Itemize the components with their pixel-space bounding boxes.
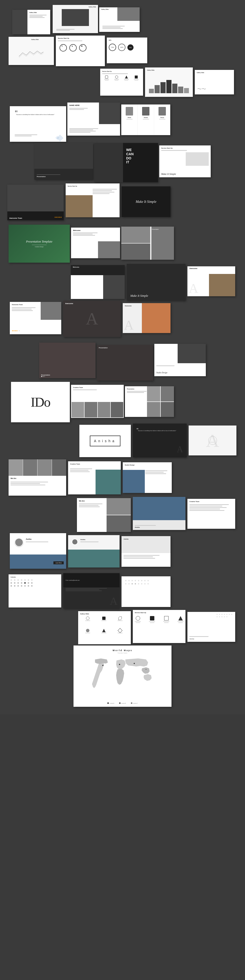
anisha-label: Anisha — [123, 538, 129, 540]
svg-point-2 — [134, 663, 135, 664]
slide-39-text — [145, 470, 170, 474]
slide-3[interactable]: Gallery Slide — [99, 7, 140, 32]
slide-42-title: Creative Team — [190, 501, 199, 502]
slide-11[interactable]: NAME HERE — [67, 102, 120, 135]
cta-button[interactable]: Learn More — [54, 562, 64, 564]
slide-row-1: Gallery Slide Gallery Slide Gallery Slid… — [5, 5, 240, 34]
slide-14[interactable]: WECANDOIT — [94, 143, 158, 182]
slide-4[interactable]: Gallery Slide — [9, 37, 54, 65]
slide-13[interactable]: Presentation — [34, 143, 93, 180]
slide-15[interactable]: Service Start Up Make It Simple — [159, 145, 211, 177]
slide-34[interactable]: Anisha — [79, 425, 131, 457]
slide-28[interactable]: Presentation — [39, 343, 96, 378]
slide-41-title: Anisha — [135, 527, 140, 528]
slide-row-7: Presentation Template Creative Design We… — [5, 224, 240, 262]
slide-5[interactable]: Service Start Up ● ▲ ◆ — [56, 35, 105, 66]
make-it-simple: Make It Simple — [161, 173, 183, 175]
slide-17[interactable]: Service Start Up — [66, 183, 120, 217]
slide-45[interactable]: Anisha — [122, 536, 171, 567]
slide-2-title: Gallery Slide — [89, 6, 96, 8]
social-avatar — [72, 539, 78, 545]
separator-4 — [5, 571, 240, 574]
slide-18[interactable]: Make It Simple — [122, 186, 171, 217]
separator-2 — [5, 222, 240, 224]
slide-row-5: Presentation WECANDOIT Service Start Up … — [5, 143, 240, 182]
slide-7[interactable]: Service Start Up — [100, 69, 143, 95]
slide-37[interactable]: We Are — [9, 459, 66, 496]
slide-29[interactable]: Presentation — [97, 345, 153, 380]
slide-47[interactable]: From: anisha@email.com A — [63, 573, 120, 609]
slide-28-label: Presentation — [41, 374, 50, 376]
map-legend: Location A Location B Location C — [107, 702, 138, 704]
calendar-grid — [11, 579, 34, 593]
team-name-2: Anisha — [144, 117, 148, 118]
slide-52[interactable]: World Maps Presentation Template — [74, 646, 172, 707]
ido-content: IDo — [11, 382, 70, 422]
slide-9[interactable]: Gallery Slide 〜〜 — [195, 70, 234, 94]
slide-42-text — [190, 504, 233, 511]
slide-row-3: Service Start Up — [5, 67, 240, 97]
slide-4-title: Gallery Slide — [32, 39, 54, 40]
ido-text: IDo — [31, 395, 50, 410]
slide-row-17: Gallery Slide Service Start Up — [5, 610, 240, 644]
slide-22-title: Welcome — [73, 266, 79, 268]
slide-20[interactable]: Welcome — [71, 228, 120, 258]
slide-19[interactable]: Presentation Template Creative Design — [9, 224, 70, 262]
slide-6[interactable]: NPS 70% NPS 80% — [107, 38, 147, 63]
slide-1[interactable]: Gallery Slide — [12, 10, 50, 34]
slide-row-9: Awesome Team ★★★★★ Awesome A — [5, 302, 240, 337]
slide-41[interactable]: Anisha — [133, 497, 185, 530]
slide-38[interactable]: Creative Team — [68, 461, 121, 495]
slide-50[interactable]: Service Start Up — [133, 610, 185, 643]
slide-36[interactable]: A — [189, 425, 236, 455]
slide-24[interactable]: Awesome A — [187, 266, 235, 296]
slide-22[interactable]: Welcome — [71, 265, 125, 299]
team-name-1: Alexis — [128, 117, 131, 118]
slide-row-16: Calendar — [5, 574, 240, 609]
slide-21[interactable]: Presentation — [121, 227, 174, 260]
we-are-text — [11, 481, 64, 486]
slide-10[interactable]: " "Success is stumbling from failure to … — [10, 106, 66, 142]
slide-2[interactable]: Gallery Slide — [53, 5, 98, 33]
slide-27[interactable]: A Awesome — [123, 303, 171, 333]
email-body — [66, 588, 117, 592]
slide-12[interactable]: Alexis Anisha Sonya — [121, 105, 170, 135]
circle-a — [208, 436, 217, 445]
slide-21-label: Presentation — [152, 229, 173, 230]
slide-35[interactable]: " "Success is stumbling from failure to … — [133, 423, 187, 457]
email-header: From: anisha@email.com — [63, 573, 120, 587]
slide-31[interactable]: IDo — [11, 382, 70, 422]
icon-service-grid — [80, 617, 128, 640]
slide-33[interactable]: Presentation — [125, 386, 174, 417]
slide-42[interactable]: Creative Team — [187, 499, 235, 529]
slide-5-title: Service Start Up — [58, 38, 69, 39]
email-from: From: anisha@email.com — [66, 579, 80, 581]
slide-8[interactable]: Gallery Slide — [145, 67, 193, 97]
calendar-title: Calendar — [11, 576, 16, 578]
slide-8-title: Gallery Slide — [147, 69, 154, 71]
slide-48[interactable] — [122, 576, 171, 607]
email-a-mark: A — [110, 595, 118, 608]
slide-40[interactable]: We Are — [77, 498, 131, 532]
slide-18-content: Make It Simple — [122, 186, 171, 217]
slide-49[interactable]: Gallery Slide — [78, 611, 131, 644]
awesome-overlay: Awesome A — [63, 301, 121, 337]
slide-32[interactable]: Creative Team — [71, 385, 124, 418]
slide-row-11: IDo Creative Team — [5, 382, 240, 422]
slide-43[interactable]: Anisha Learn More — [10, 533, 66, 569]
slide-row-14: We Are Anisha C — [5, 497, 240, 532]
slide-25[interactable]: Awesome Team ★★★★★ — [10, 302, 61, 334]
slide-30[interactable]: Studio Design — [154, 344, 206, 376]
slide-51[interactable]: Anisha — [187, 612, 235, 642]
anisha-text: Anisha — [94, 439, 116, 443]
slide-26[interactable]: Awesome A — [63, 301, 121, 337]
template-divider — [32, 245, 47, 245]
slide-44[interactable]: Anisha — [68, 535, 120, 568]
slide-row-6: Awesome Team ★★★★★ Service Start Up — [5, 183, 240, 220]
slide-16[interactable]: Awesome Team ★★★★★ — [7, 185, 64, 220]
slide-23[interactable]: Make It Simple — [126, 264, 185, 301]
slide-39[interactable]: Studio Design — [123, 462, 172, 493]
separator-3 — [5, 339, 240, 343]
slide-46[interactable]: Calendar — [9, 574, 61, 608]
right-photos — [107, 498, 131, 532]
